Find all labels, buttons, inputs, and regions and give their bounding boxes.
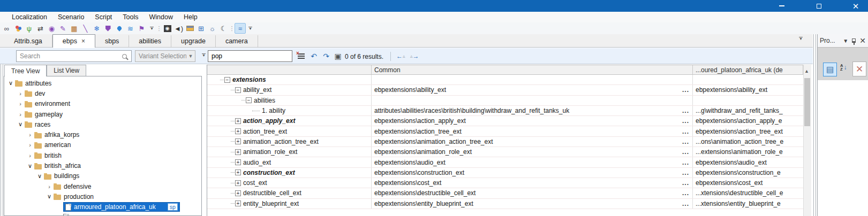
collapse-icon[interactable]: − (235, 87, 241, 93)
tab-sbps[interactable]: sbps (95, 35, 129, 47)
grid-cell-tree[interactable]: −ability_ext (207, 85, 372, 95)
tab-upgrade[interactable]: upgrade (171, 35, 216, 47)
more-options-button[interactable]: ... (682, 107, 689, 114)
tree-item-races[interactable]: ∨races (4, 119, 201, 129)
collapse-icon[interactable]: − (224, 77, 230, 83)
grid-cell-entity[interactable]: ...xtensions\entity_blueprint_e (693, 199, 803, 209)
target-pointer-icon[interactable]: ◉ (46, 23, 57, 34)
photo-icon[interactable] (184, 23, 195, 34)
grid-cell-common[interactable]: ebpextensions\entity_blueprint_ext... (372, 199, 693, 209)
chevron-down-icon[interactable]: ∨ (6, 80, 15, 87)
expand-icon[interactable]: + (235, 118, 241, 124)
grid-cell-common[interactable]: attributes\abilities\races\british\build… (372, 106, 693, 115)
find-previous-button[interactable]: ↶ (308, 50, 319, 62)
find-input[interactable] (208, 52, 298, 60)
grid-cell-tree[interactable]: +animation_action_tree_ext (207, 137, 372, 146)
shield-icon[interactable] (102, 23, 114, 34)
tree-item-defensive[interactable]: ›defensive (4, 181, 201, 191)
tab-camera[interactable]: camera (216, 35, 258, 47)
expand-icon[interactable]: + (235, 149, 241, 155)
more-options-button[interactable]: ... (682, 179, 689, 187)
menu-scenario[interactable]: Scenario (52, 12, 89, 22)
tree-item-production[interactable]: ∨production (4, 191, 201, 202)
chevron-down-icon[interactable]: ∨ (26, 163, 34, 169)
droplet-icon[interactable] (114, 23, 125, 34)
more-options-button[interactable]: ... (682, 200, 689, 207)
grid-cell-tree[interactable]: +destructible_cell_ext (207, 188, 372, 198)
tree-item-attributes[interactable]: ∨attributes (4, 78, 201, 88)
palette-icon[interactable] (12, 23, 24, 34)
grid-cell-entity[interactable]: ...ons\animation_action_tree_e (693, 137, 803, 146)
right-splitter[interactable] (813, 34, 816, 216)
knife-icon[interactable]: ╲ (80, 23, 91, 34)
gear-globe-icon[interactable]: ☼ (207, 23, 218, 34)
expand-icon[interactable]: + (235, 138, 241, 144)
compare-arrows-icon[interactable]: ⇄ (35, 23, 46, 34)
checkerboard-icon[interactable]: ▦ (69, 23, 80, 34)
grid-header-common[interactable]: Common (372, 65, 693, 74)
menu-localization[interactable]: Localization (6, 12, 52, 22)
close-tab-icon[interactable]: × (81, 37, 85, 45)
more-options-button[interactable]: ... (682, 189, 689, 197)
grid-cell-entity[interactable]: ebpextensions\construction_e (693, 168, 803, 178)
grid-cell-common[interactable] (372, 75, 693, 84)
expand-icon[interactable]: + (235, 190, 241, 196)
chevron-right-icon[interactable]: › (16, 90, 25, 97)
expand-icon[interactable]: + (235, 128, 241, 134)
searchrow-overflow-button[interactable]: ▾ (200, 53, 207, 57)
grid-cell-common[interactable] (372, 96, 693, 105)
waves-icon[interactable]: ≋ (125, 23, 136, 34)
remove-button[interactable]: ✕ (852, 61, 866, 76)
grid-cell-entity[interactable]: ...xtensions\destructible_cell_e (693, 188, 803, 198)
tree-item-dev[interactable]: ›dev (4, 88, 201, 98)
chevron-down-icon[interactable]: ∨ (45, 193, 54, 200)
scrollbar-thumb[interactable] (804, 78, 810, 126)
snowflake-icon[interactable]: ❄ (91, 23, 102, 34)
expand-icon[interactable]: + (235, 169, 241, 175)
tree-item-environment[interactable]: ›environment (4, 99, 201, 109)
selected-tree-item[interactable]: armoured_platoon_africa_uksp (63, 202, 180, 212)
find-next-button[interactable]: ↷ (321, 50, 331, 62)
menu-script[interactable]: Script (89, 12, 117, 22)
binoculars-icon[interactable]: ∞ (1, 23, 12, 34)
grid-cell-common[interactable]: ebpextensions\cost_ext... (372, 178, 693, 188)
expand-icon[interactable]: + (235, 180, 241, 186)
grid-cell-common[interactable]: ebpextensions\animation_role_ext... (372, 147, 693, 157)
grid-cell-tree[interactable]: −extensions (207, 75, 372, 84)
left-splitter[interactable] (1, 64, 3, 216)
tab-abilities[interactable]: abilities (129, 35, 171, 47)
tree-item-american[interactable]: ›american (4, 140, 201, 150)
minimize-button[interactable] (769, 0, 794, 12)
grid-cell-tree[interactable]: +audio_ext (207, 157, 372, 167)
grid-cell-common[interactable]: ebpextensions\destructible_cell_ext... (372, 188, 693, 198)
expand-icon[interactable]: + (235, 159, 241, 165)
more-options-button[interactable]: ... (682, 128, 689, 135)
next-result-button[interactable]: ▵ → (410, 52, 419, 60)
record-viewport-icon[interactable]: ◉ (162, 23, 173, 34)
tree-item-gameplay[interactable]: ›gameplay (4, 109, 201, 119)
flag-edit-icon[interactable]: ⚑ (136, 23, 147, 34)
chevron-right-icon[interactable]: › (26, 152, 34, 159)
grid-cell-tree[interactable]: +cost_ext (207, 178, 372, 188)
grid-cell-common[interactable]: ebpextensions\action_tree_ext... (372, 126, 693, 136)
grid-cell-entity[interactable]: ebpextensions\cost_ext (693, 178, 803, 188)
more-options-button[interactable]: ... (682, 159, 689, 166)
grid-cell-common[interactable]: ebpextensions\ability_ext... (372, 85, 693, 95)
expand-target-icon[interactable]: ⊞ (195, 23, 207, 34)
grid-cell-entity[interactable]: ...extensions\animation_role_e (693, 147, 803, 157)
fish-icon[interactable]: ≈ (235, 23, 246, 34)
copy-results-button[interactable]: ▣ (333, 50, 343, 62)
more-options-button[interactable]: ... (682, 117, 689, 125)
tab-attrib-sga[interactable]: Attrib.sga (4, 35, 52, 47)
search-input[interactable] (17, 52, 122, 60)
toolbar-overflow-icon[interactable]: ▾ (247, 27, 254, 30)
grid-cell-entity[interactable]: ebpextensions\ability_ext (693, 85, 803, 95)
tree-item-partial[interactable] (4, 212, 201, 216)
tree-item-armoured_platoon_africa_uk[interactable]: armoured_platoon_africa_uksp (4, 202, 201, 212)
grid-cell-tree[interactable]: +animation_role_ext (207, 147, 372, 157)
chevron-right-icon[interactable]: › (26, 142, 34, 148)
pin-icon[interactable] (852, 38, 856, 43)
grid-cell-tree[interactable]: 1. ability (207, 106, 372, 115)
clock-icon[interactable]: ☾ (218, 23, 229, 34)
sort-alphabetical-button[interactable]: AZ ↓ (840, 64, 847, 71)
